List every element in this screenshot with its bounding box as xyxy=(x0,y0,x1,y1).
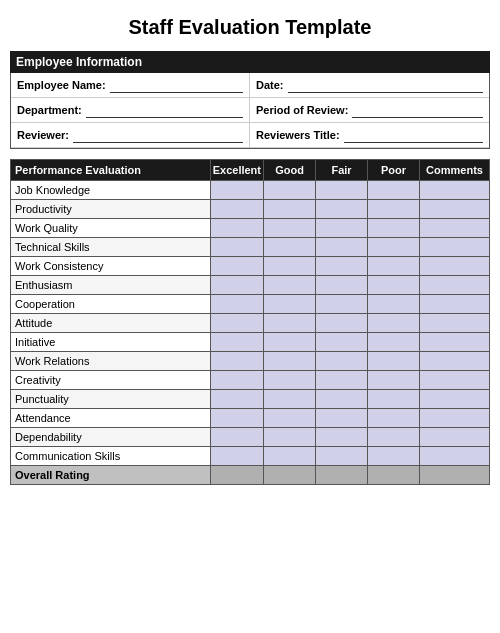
comments-cell[interactable] xyxy=(420,390,490,409)
reviewers-title-field[interactable] xyxy=(344,127,483,143)
score-excellent[interactable] xyxy=(210,390,263,409)
score-poor[interactable] xyxy=(368,257,420,276)
score-fair[interactable] xyxy=(316,295,368,314)
score-good[interactable] xyxy=(264,314,316,333)
score-poor[interactable] xyxy=(368,200,420,219)
score-good[interactable] xyxy=(264,333,316,352)
overall-score-poor[interactable] xyxy=(368,466,420,485)
score-poor[interactable] xyxy=(368,409,420,428)
score-good[interactable] xyxy=(264,200,316,219)
criteria-label: Dependability xyxy=(11,428,211,447)
score-poor[interactable] xyxy=(368,295,420,314)
score-excellent[interactable] xyxy=(210,371,263,390)
score-good[interactable] xyxy=(264,295,316,314)
period-of-review-field[interactable] xyxy=(352,102,483,118)
comments-cell[interactable] xyxy=(420,352,490,371)
table-row: Attitude xyxy=(11,314,490,333)
comments-cell[interactable] xyxy=(420,428,490,447)
score-poor[interactable] xyxy=(368,276,420,295)
table-row: Cooperation xyxy=(11,295,490,314)
comments-cell[interactable] xyxy=(420,371,490,390)
overall-comments-cell[interactable] xyxy=(420,466,490,485)
score-fair[interactable] xyxy=(316,371,368,390)
score-excellent[interactable] xyxy=(210,257,263,276)
score-fair[interactable] xyxy=(316,276,368,295)
comments-cell[interactable] xyxy=(420,447,490,466)
criteria-label: Creativity xyxy=(11,371,211,390)
score-fair[interactable] xyxy=(316,352,368,371)
score-poor[interactable] xyxy=(368,181,420,200)
score-good[interactable] xyxy=(264,447,316,466)
comments-cell[interactable] xyxy=(420,238,490,257)
score-fair[interactable] xyxy=(316,200,368,219)
score-good[interactable] xyxy=(264,409,316,428)
reviewer-field[interactable] xyxy=(73,127,243,143)
score-poor[interactable] xyxy=(368,371,420,390)
table-row: Initiative xyxy=(11,333,490,352)
score-excellent[interactable] xyxy=(210,238,263,257)
score-excellent[interactable] xyxy=(210,200,263,219)
criteria-label: Productivity xyxy=(11,200,211,219)
score-poor[interactable] xyxy=(368,333,420,352)
score-poor[interactable] xyxy=(368,314,420,333)
comments-cell[interactable] xyxy=(420,333,490,352)
col-header-poor: Poor xyxy=(368,160,420,181)
comments-cell[interactable] xyxy=(420,409,490,428)
score-fair[interactable] xyxy=(316,390,368,409)
score-good[interactable] xyxy=(264,257,316,276)
score-good[interactable] xyxy=(264,428,316,447)
overall-score-excellent[interactable] xyxy=(210,466,263,485)
score-excellent[interactable] xyxy=(210,314,263,333)
score-fair[interactable] xyxy=(316,238,368,257)
score-fair[interactable] xyxy=(316,333,368,352)
score-fair[interactable] xyxy=(316,447,368,466)
score-good[interactable] xyxy=(264,181,316,200)
date-field[interactable] xyxy=(288,77,483,93)
comments-cell[interactable] xyxy=(420,200,490,219)
score-poor[interactable] xyxy=(368,352,420,371)
score-excellent[interactable] xyxy=(210,447,263,466)
score-fair[interactable] xyxy=(316,409,368,428)
table-row: Communication Skills xyxy=(11,447,490,466)
score-good[interactable] xyxy=(264,390,316,409)
table-row: Creativity xyxy=(11,371,490,390)
score-excellent[interactable] xyxy=(210,295,263,314)
criteria-label: Work Relations xyxy=(11,352,211,371)
table-header-row: Performance Evaluation Excellent Good Fa… xyxy=(11,160,490,181)
score-poor[interactable] xyxy=(368,447,420,466)
score-good[interactable] xyxy=(264,219,316,238)
score-poor[interactable] xyxy=(368,238,420,257)
employee-info-grid: Employee Name: Date: Department: Period … xyxy=(10,73,490,149)
page-title: Staff Evaluation Template xyxy=(10,10,490,39)
score-fair[interactable] xyxy=(316,257,368,276)
score-poor[interactable] xyxy=(368,219,420,238)
score-good[interactable] xyxy=(264,352,316,371)
overall-score-fair[interactable] xyxy=(316,466,368,485)
comments-cell[interactable] xyxy=(420,219,490,238)
comments-cell[interactable] xyxy=(420,314,490,333)
score-excellent[interactable] xyxy=(210,352,263,371)
score-excellent[interactable] xyxy=(210,219,263,238)
score-good[interactable] xyxy=(264,276,316,295)
score-fair[interactable] xyxy=(316,428,368,447)
score-excellent[interactable] xyxy=(210,276,263,295)
score-poor[interactable] xyxy=(368,390,420,409)
score-excellent[interactable] xyxy=(210,409,263,428)
score-excellent[interactable] xyxy=(210,428,263,447)
criteria-label: Punctuality xyxy=(11,390,211,409)
employee-name-field[interactable] xyxy=(110,77,243,93)
score-good[interactable] xyxy=(264,371,316,390)
score-fair[interactable] xyxy=(316,314,368,333)
comments-cell[interactable] xyxy=(420,181,490,200)
comments-cell[interactable] xyxy=(420,295,490,314)
score-poor[interactable] xyxy=(368,428,420,447)
score-excellent[interactable] xyxy=(210,181,263,200)
score-fair[interactable] xyxy=(316,181,368,200)
department-field[interactable] xyxy=(86,102,243,118)
score-fair[interactable] xyxy=(316,219,368,238)
overall-score-good[interactable] xyxy=(264,466,316,485)
comments-cell[interactable] xyxy=(420,257,490,276)
score-excellent[interactable] xyxy=(210,333,263,352)
score-good[interactable] xyxy=(264,238,316,257)
comments-cell[interactable] xyxy=(420,276,490,295)
